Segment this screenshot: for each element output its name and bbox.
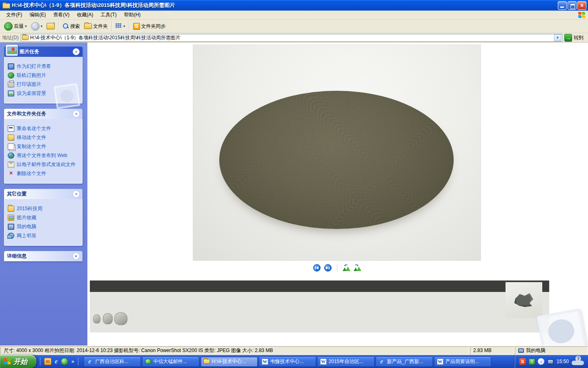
menu-file[interactable]: 文件(F) [2,11,26,19]
menu-favorites[interactable]: 收藏(A) [73,11,97,19]
start-button[interactable]: 开始 [0,355,36,368]
sogou-tray-icon[interactable]: S [519,358,526,365]
place-my-pictures[interactable]: 图片收藏 [8,215,80,221]
task-button-active[interactable]: H:\4-技术中心... [200,357,258,367]
place-2015-tech-week[interactable]: 2015科技周 [8,206,80,212]
quick-launch-overflow-chevron[interactable]: » [71,359,74,364]
menu-help[interactable]: 帮助(H) [120,11,145,19]
menu-edit[interactable]: 编辑(E) [26,11,49,19]
task-move-file[interactable]: 移动这个文件 [8,135,80,141]
place-network-neighborhood[interactable]: 网上邻居 [8,233,80,239]
picture-tasks-header[interactable]: 图片任务 » [4,47,82,57]
photo-thumbnail-flakes [506,282,542,318]
back-dropdown-icon[interactable]: ▾ [25,24,27,28]
usb-safety-tray-icon[interactable]: ⇪ [529,359,535,365]
windows-logo-icon [4,358,11,365]
expand-chevron-icon[interactable]: » [73,253,80,260]
manganese-powder-pile [219,91,454,229]
search-icon [62,23,69,29]
task-button[interactable]: e 新产品_广西新... [376,357,433,367]
toolbar-grip[interactable] [78,357,79,366]
pictures-folder-icon [8,215,14,221]
collapse-chevron-icon[interactable]: » [73,48,80,55]
task-rename-file[interactable]: 重命名这个文件 [8,126,80,132]
task-button[interactable]: W 2015年自治区... [317,357,374,367]
menu-view[interactable]: 查看(V) [49,11,73,19]
previous-image-button[interactable] [313,264,321,272]
clock[interactable]: 15:50 [557,359,569,364]
folders-button[interactable]: 文件夹 [82,22,109,31]
network-icon [8,233,14,239]
views-icon [116,23,122,29]
folder-icon [8,206,14,212]
address-input[interactable]: H:\4-技术中心\（1-9）各项科技活动\2015科技周\科技活动周所需图片 … [21,34,562,42]
status-location: 我的电脑 [515,346,588,355]
task-view-as-slideshow[interactable]: 作为幻灯片查看 [8,63,80,70]
green-browser-icon[interactable] [61,358,68,365]
window-title: H:\4-技术中心\（1-9）各项科技活动\2015科技周\科技活动周所需图片 [12,2,175,9]
task-button[interactable]: e 广西自治区科... [84,357,141,367]
outlook-icon[interactable]: ✉ [44,358,51,365]
menu-bar: 文件(F) 编辑(E) 查看(V) 收藏(A) 工具(T) 帮助(H) [0,11,588,20]
collapse-chevron-icon[interactable]: » [73,110,80,117]
task-button[interactable]: 中信大锰邮件... [142,357,199,367]
restore-button[interactable] [568,1,577,10]
task-copy-file[interactable]: 复制这个文件 [8,144,80,150]
internet-explorer-icon: e [380,358,383,365]
email-icon [8,162,14,168]
back-button[interactable]: ← 后退 ▾ [2,21,29,31]
task-button[interactable]: W 产品简要说明... [434,357,491,367]
close-button[interactable]: × [577,1,586,10]
taskbar: 开始 ✉ e » e 广西自治区科... 中信大锰邮件... H:\4-技术中心… [0,355,588,368]
task-order-prints-online[interactable]: 联机订购照片 [8,72,80,79]
address-label: 地址(D) [2,34,19,41]
place-my-computer[interactable]: 我的电脑 [8,224,80,230]
task-email-file[interactable]: 以电子邮件形式发送此文件 [8,162,80,168]
filmstrip-controls: ↶ ↷ [193,264,481,272]
explorer-window: H:\4-技术中心\（1-9）各项科技活动\2015科技周\科技活动周所需图片 … [0,0,588,368]
folders-icon [84,23,92,29]
search-button[interactable]: 搜索 [61,22,82,31]
views-button[interactable]: ▾ [114,22,127,30]
collapse-chevron-icon[interactable]: » [73,191,80,197]
rotate-counterclockwise-button[interactable]: ↶ [343,265,350,271]
task-delete-file[interactable]: × 删除这个文件 [8,171,80,177]
details-header[interactable]: 详细信息 » [4,251,82,261]
toolbar-grip[interactable] [40,357,41,366]
go-label: 转到 [574,34,584,41]
task-button[interactable]: W 韦慷技术中心... [259,357,316,367]
status-bar: 尺寸: 4000 x 3000 相片拍照日期: 2014-12-6 10:23 … [0,346,588,355]
status-file-size: 2.83 MB [470,346,514,355]
picture-tasks-panel: 图片任务 » 作为幻灯片查看 联机订购照片 打印该图片 [4,47,82,103]
menu-tools[interactable]: 工具(T) [97,11,120,19]
folder-sync-button[interactable]: S 文件夹同步 [131,22,167,31]
forward-button[interactable]: → ▾ [29,21,45,31]
other-places-header[interactable]: 其它位置 » [4,189,82,199]
address-folder-icon [22,35,29,40]
file-thumbnail[interactable]: 锰铝压块m.JPG [447,280,498,332]
internet-explorer-icon[interactable]: e [55,358,58,365]
order-prints-icon [8,72,14,79]
delete-icon: × [8,171,14,177]
cloud-tray-icon[interactable] [572,358,584,365]
task-pane: 图片任务 » 作为幻灯片查看 联机订购照片 打印该图片 [0,43,87,346]
views-dropdown-icon[interactable]: ▾ [123,24,125,28]
other-places-panel: 其它位置 » 2015科技周 图片收藏 我的电脑 [4,189,82,246]
up-button[interactable] [45,22,56,30]
desktop-background-icon [8,90,14,96]
go-button[interactable]: → 转到 [564,34,586,42]
preview-image[interactable] [193,45,481,260]
minimize-button[interactable] [558,1,567,10]
file-folder-tasks-panel: 文件和文件夹任务 » 重命名这个文件 移动这个文件 复制这个文件 [4,109,82,184]
status-details: 尺寸: 4000 x 3000 相片拍照日期: 2014-12-6 10:23 … [0,346,469,355]
address-dropdown-button[interactable]: ▼ [554,34,561,41]
printer-icon [8,81,14,88]
copy-file-icon [8,144,14,150]
tray-collapse-chevron[interactable]: ‹ [538,358,544,365]
network-tray-icon[interactable] [547,359,554,364]
forward-dropdown-icon[interactable]: ▾ [41,24,43,28]
task-publish-to-web[interactable]: 将这个文件发布到 Web [8,153,80,159]
file-folder-tasks-header[interactable]: 文件和文件夹任务 » [4,109,82,119]
next-image-button[interactable] [324,264,332,272]
rotate-clockwise-button[interactable]: ↷ [354,265,361,271]
